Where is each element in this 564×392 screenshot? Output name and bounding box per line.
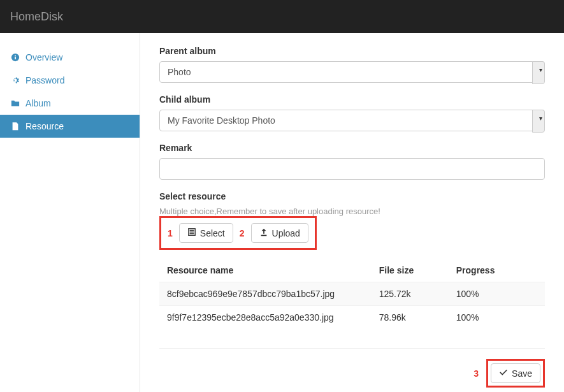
list-icon (187, 228, 196, 238)
sidebar-item-resource[interactable]: Resource (0, 115, 140, 138)
select-button[interactable]: Select (179, 223, 233, 243)
sidebar-item-label: Album (25, 98, 51, 108)
footer-row: 3 Save (159, 348, 545, 388)
top-bar: HomeDisk (0, 0, 564, 33)
save-button[interactable]: Save (491, 363, 540, 383)
annotation-box-2: Save (486, 359, 545, 388)
table-header-name: Resource name (159, 259, 372, 282)
cell-size: 125.72k (372, 282, 449, 306)
upload-button[interactable]: Upload (251, 223, 308, 243)
table-header-size: File size (372, 259, 449, 282)
annotation-box-1: 1 Select 2 Upload (159, 216, 317, 250)
info-icon (10, 52, 20, 62)
gear-icon (10, 75, 20, 85)
sidebar-item-label: Password (25, 75, 64, 85)
folder-icon (10, 98, 20, 108)
annotation-3: 3 (474, 368, 479, 379)
sidebar-item-label: Resource (25, 121, 64, 131)
upload-button-label: Upload (272, 228, 300, 238)
table-header-progress: Progress (449, 259, 545, 282)
annotation-2: 2 (240, 228, 245, 238)
help-text: Multiple choice,Remember to save after u… (159, 207, 545, 216)
sidebar-item-password[interactable]: Password (0, 69, 140, 92)
sidebar-item-label: Overview (25, 52, 62, 62)
cell-progress: 100% (449, 306, 545, 330)
cell-name: 8cf9ebcac969e9e7857dbcc79ba1bc57.jpg (159, 282, 372, 306)
table-row: 9f9f7e12395ecbe28e8acc5a92a0e330.jpg 78.… (159, 306, 545, 330)
sidebar-item-overview[interactable]: Overview (0, 46, 140, 69)
cell-size: 78.96k (372, 306, 449, 330)
child-album-group: Child album My Favorite Desktop Photo (159, 94, 545, 131)
remark-input[interactable] (159, 158, 545, 180)
select-resource-label: Select resource (159, 191, 545, 201)
svg-rect-1 (15, 57, 16, 59)
cell-name: 9f9f7e12395ecbe28e8acc5a92a0e330.jpg (159, 306, 372, 330)
svg-point-2 (15, 55, 16, 56)
sidebar-item-album[interactable]: Album (0, 92, 140, 115)
select-resource-group: Select resource Multiple choice,Remember… (159, 191, 545, 329)
child-album-label: Child album (159, 94, 545, 105)
select-button-label: Select (200, 228, 225, 238)
check-icon (499, 368, 508, 379)
parent-album-group: Parent album Photo (159, 46, 545, 83)
annotation-1: 1 (168, 228, 173, 238)
cell-progress: 100% (449, 282, 545, 306)
sidebar: Overview Password Album Resource (0, 33, 140, 392)
remark-group: Remark (159, 143, 545, 180)
save-button-label: Save (512, 368, 532, 379)
child-album-select[interactable]: My Favorite Desktop Photo (159, 110, 545, 131)
table-row: 8cf9ebcac969e9e7857dbcc79ba1bc57.jpg 125… (159, 282, 545, 306)
upload-icon (259, 228, 268, 238)
resource-table: Resource name File size Progress 8cf9ebc… (159, 259, 545, 329)
main-content: Parent album Photo Child album My Favori… (140, 33, 564, 392)
remark-label: Remark (159, 143, 545, 153)
file-icon (10, 121, 20, 131)
parent-album-label: Parent album (159, 46, 545, 56)
brand-title: HomeDisk (10, 10, 63, 24)
parent-album-select[interactable]: Photo (159, 61, 545, 83)
